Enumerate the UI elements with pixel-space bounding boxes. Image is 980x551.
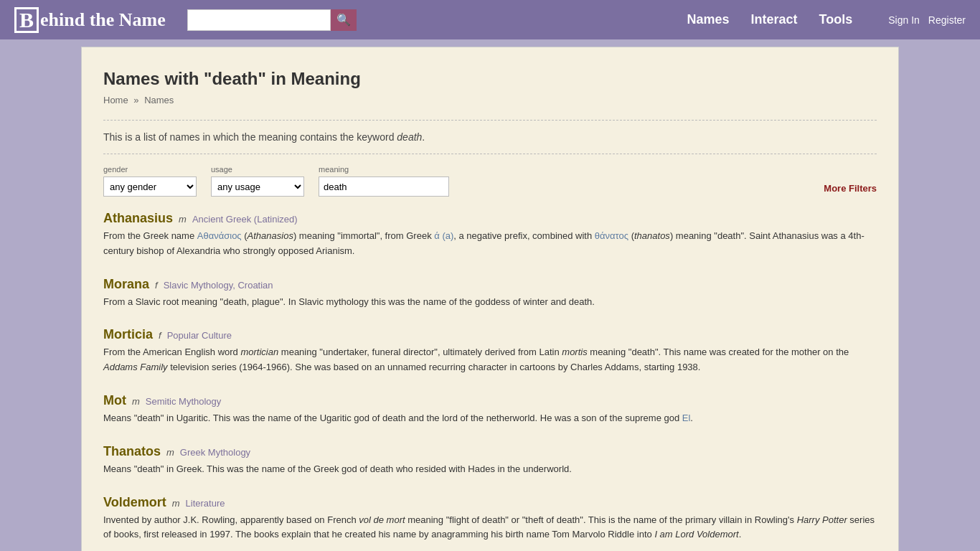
breadcrumb-home[interactable]: Home bbox=[103, 95, 128, 105]
results-list: Athanasius m Ancient Greek (Latinized) F… bbox=[103, 211, 877, 546]
search-button[interactable]: 🔍 bbox=[331, 9, 357, 31]
breadcrumb-current: Names bbox=[144, 95, 174, 105]
usage-label: usage bbox=[211, 165, 304, 174]
name-header: Morana f Slavic Mythology, Croatian bbox=[103, 277, 877, 292]
logo-text: ehind the Name bbox=[40, 9, 166, 31]
name-entry-thanatos: Thanatos m Greek Mythology Means "death"… bbox=[103, 444, 877, 481]
register-link[interactable]: Register bbox=[928, 14, 966, 26]
description-keyword: death bbox=[397, 131, 422, 143]
usage-filter: usage any usage English Greek Latin Slav… bbox=[211, 165, 304, 197]
main-nav: Names Interact Tools Sign In Register bbox=[687, 12, 966, 27]
name-entry-mot: Mot m Semitic Mythology Means "death" in… bbox=[103, 393, 877, 430]
desc-voldemort: Invented by author J.K. Rowling, apparen… bbox=[103, 513, 877, 543]
page-title: Names with "death" in Meaning bbox=[103, 69, 877, 89]
name-entry-voldemort: Voldemort m Literature Invented by autho… bbox=[103, 495, 877, 547]
search-input[interactable] bbox=[187, 9, 331, 31]
name-entry-morana: Morana f Slavic Mythology, Croatian From… bbox=[103, 277, 877, 314]
nav-tools[interactable]: Tools bbox=[819, 12, 853, 27]
name-voldemort[interactable]: Voldemort bbox=[103, 495, 166, 510]
divider-top bbox=[103, 120, 877, 121]
nav-interact[interactable]: Interact bbox=[751, 12, 798, 27]
desc-mot: Means "death" in Ugaritic. This was the … bbox=[103, 411, 877, 426]
usage-morana[interactable]: Slavic Mythology, Croatian bbox=[164, 280, 273, 291]
description-end: . bbox=[422, 131, 425, 143]
gender-athanasius: m bbox=[179, 214, 187, 225]
gender-morana: f bbox=[155, 280, 158, 291]
name-mot[interactable]: Mot bbox=[103, 393, 126, 408]
breadcrumb-sep: » bbox=[133, 95, 138, 105]
name-athanasius[interactable]: Athanasius bbox=[103, 211, 173, 226]
desc-thanatos: Means "death" in Greek. This was the nam… bbox=[103, 462, 877, 477]
link-el[interactable]: El bbox=[682, 413, 691, 423]
desc-morana: From a Slavic root meaning "death, plagu… bbox=[103, 295, 877, 310]
desc-athanasius: From the Greek name Αθανάσιος (Athanasio… bbox=[103, 229, 877, 259]
search-form: 🔍 bbox=[187, 9, 402, 31]
search-icon: 🔍 bbox=[336, 13, 351, 27]
gender-voldemort: m bbox=[172, 498, 180, 509]
meaning-label: meaning bbox=[319, 165, 449, 174]
name-entry-morticia: Morticia f Popular Culture From the Amer… bbox=[103, 327, 877, 379]
description: This is a list of names in which the mea… bbox=[103, 131, 877, 143]
sign-in-link[interactable]: Sign In bbox=[888, 14, 920, 26]
name-header: Voldemort m Literature bbox=[103, 495, 877, 510]
gender-filter: gender any gender masculine feminine uni… bbox=[103, 165, 197, 197]
name-header: Thanatos m Greek Mythology bbox=[103, 444, 877, 459]
name-entry-athanasius: Athanasius m Ancient Greek (Latinized) F… bbox=[103, 211, 877, 263]
usage-athanasius[interactable]: Ancient Greek (Latinized) bbox=[192, 214, 298, 225]
link-thanatos-greek[interactable]: θάνατος bbox=[595, 230, 628, 241]
gender-thanatos: m bbox=[166, 447, 174, 458]
link-athanasios[interactable]: Αθανάσιος bbox=[197, 230, 242, 241]
meaning-filter: meaning bbox=[319, 165, 449, 197]
meaning-input[interactable] bbox=[319, 176, 449, 197]
gender-mot: m bbox=[132, 396, 140, 407]
desc-morticia: From the American English word mortician… bbox=[103, 345, 877, 375]
name-thanatos[interactable]: Thanatos bbox=[103, 444, 161, 459]
divider-filters bbox=[103, 154, 877, 154]
usage-select[interactable]: any usage English Greek Latin Slavic bbox=[211, 176, 304, 197]
link-alpha[interactable]: ά (a) bbox=[434, 230, 453, 241]
name-header: Athanasius m Ancient Greek (Latinized) bbox=[103, 211, 877, 226]
name-morana[interactable]: Morana bbox=[103, 277, 149, 292]
name-header: Morticia f Popular Culture bbox=[103, 327, 877, 342]
name-header: Mot m Semitic Mythology bbox=[103, 393, 877, 408]
name-morticia[interactable]: Morticia bbox=[103, 327, 153, 342]
description-start: This is a list of names in which the mea… bbox=[103, 131, 397, 143]
auth-links: Sign In Register bbox=[888, 14, 966, 26]
usage-voldemort[interactable]: Literature bbox=[186, 498, 225, 509]
site-logo[interactable]: B ehind the Name bbox=[14, 7, 166, 33]
more-filters-link[interactable]: More Filters bbox=[824, 183, 877, 197]
gender-select[interactable]: any gender masculine feminine unisex bbox=[103, 176, 197, 197]
usage-mot[interactable]: Semitic Mythology bbox=[146, 396, 221, 407]
usage-morticia[interactable]: Popular Culture bbox=[167, 330, 232, 341]
gender-morticia: f bbox=[159, 330, 161, 341]
usage-thanatos[interactable]: Greek Mythology bbox=[180, 447, 250, 458]
main-content: Names with "death" in Meaning Home » Nam… bbox=[81, 47, 899, 551]
logo-b-letter: B bbox=[14, 7, 39, 33]
header: B ehind the Name 🔍 Names Interact Tools … bbox=[0, 0, 980, 39]
breadcrumb: Home » Names bbox=[103, 95, 877, 105]
gender-label: gender bbox=[103, 165, 197, 174]
filters-row: gender any gender masculine feminine uni… bbox=[103, 165, 877, 197]
nav-names[interactable]: Names bbox=[687, 12, 730, 27]
